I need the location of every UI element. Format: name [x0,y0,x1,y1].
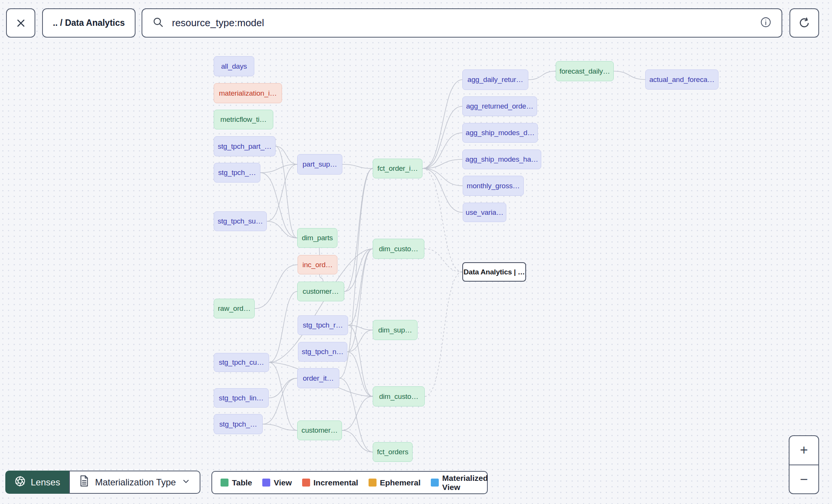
graph-node-order_it[interactable]: order_it… [297,368,339,388]
edge-stg_tpch_su-to-part_sup [267,164,297,221]
graph-node-agg_returned_orde[interactable]: agg_returned_orde… [462,96,537,116]
document-icon [79,475,89,489]
graph-node-stg_tpch_r[interactable]: stg_tpch_r… [298,315,348,335]
graph-node-dim_custo_a[interactable]: dim_custo… [373,239,424,259]
legend-label: View [274,478,292,487]
edge-forecast_daily-to-actual_and_foreca [614,71,645,80]
materialization-legend: TableViewIncrementalEphemeralMaterialize… [211,471,488,494]
edge-fct_order_i-to-agg_daily_retur [422,80,462,169]
graph-node-stg_tpch_a[interactable]: stg_tpch_… [214,163,260,183]
graph-node-stg_tpch_b[interactable]: stg_tpch_… [214,414,263,434]
zoom-controls: + − [789,435,819,494]
edge-part_sup-to-fct_order_i [342,164,373,169]
edge-dim_custo_a-to-data_analytics [424,249,462,272]
edge-customer_b-to-fct_orders [342,430,373,452]
edge-stg_tpch_r-to-dim_custo_b [348,325,373,397]
edge-stg_tpch_a-to-part_sup [260,164,297,173]
edge-fct_order_i-to-use_varia [422,169,463,213]
legend-label: Table [232,478,252,487]
graph-node-raw_ord[interactable]: raw_ord… [214,299,255,318]
edge-fct_order_i-to-agg_returned_orde [422,106,462,169]
legend-item-incremental: Incremental [302,478,358,487]
graph-node-agg_daily_retur[interactable]: agg_daily_retur… [462,69,528,90]
edge-customer_b-to-dim_custo_b [342,397,373,431]
graph-node-stg_tpch_part[interactable]: stg_tpch_part_… [214,136,276,156]
edge-order_it-to-fct_orders [339,378,373,452]
legend-item-view: View [262,478,292,487]
graph-node-dim_sup[interactable]: dim_sup… [373,320,418,340]
graph-node-fct_orders[interactable]: fct_orders [373,442,413,462]
graph-node-data_analytics[interactable]: Data Analytics | … [462,262,526,282]
graph-node-stg_tpch_su[interactable]: stg_tpch_su… [214,211,267,231]
lens-selector[interactable]: Materialization Type [69,471,200,494]
edge-stg_tpch_cu-to-customer_a [269,291,297,362]
edge-inc_ord-to-customer_a [320,274,323,282]
graph-node-stg_tpch_n[interactable]: stg_tpch_n… [298,342,347,362]
lens-selector-label: Materialization Type [95,477,176,488]
zoom-in-button[interactable]: + [789,436,818,465]
legend-item-ephemeral: Ephemeral [369,478,421,487]
graph-node-metricflow_ti[interactable]: metricflow_ti… [214,110,273,129]
edge-stg_tpch_su-to-dim_parts [267,221,297,238]
edge-agg_daily_retur-to-forecast_daily [528,71,556,80]
legend-item-materialized-view: Materialized View [431,474,488,492]
legend-label: Incremental [314,478,358,487]
graph-node-dim_custo_b[interactable]: dim_custo… [373,386,425,406]
graph-node-actual_and_foreca[interactable]: actual_and_foreca… [645,69,719,90]
aperture-icon [14,476,26,489]
graph-node-part_sup[interactable]: part_sup… [297,154,342,175]
graph-node-all_days[interactable]: all_days [214,56,254,76]
graph-node-agg_ship_modes_d[interactable]: agg_ship_modes_d… [462,123,538,143]
graph-node-monthly_gross[interactable]: monthly_gross… [463,176,524,196]
edge-stg_tpch_part-to-dim_parts [276,146,297,238]
edge-raw_ord-to-inc_ord [255,265,298,309]
legend-label: Materialized View [442,474,488,492]
edge-customer_a-to-fct_order_i [344,169,373,291]
graph-node-forecast_daily[interactable]: forecast_daily… [556,61,614,81]
legend-item-table: Table [221,478,252,487]
graph-node-stg_tpch_lin[interactable]: stg_tpch_lin… [214,388,269,408]
legend-swatch [302,479,310,487]
graph-node-dim_parts[interactable]: dim_parts [297,228,337,248]
graph-node-fct_order_i[interactable]: fct_order_i… [373,159,422,178]
graph-node-use_varia[interactable]: use_varia… [463,203,506,222]
edge-fct_order_i-to-monthly_gross [422,169,463,186]
edge-dim_custo_b-to-data_analytics [425,272,462,397]
lineage-canvas: { "toolbar": { "breadcrumb": ".. / Data … [0,0,832,504]
chevron-down-icon [181,477,191,488]
graph-node-materialization_i[interactable]: materialization_i… [214,83,282,103]
graph-node-agg_ship_modes_ha[interactable]: agg_ship_modes_ha… [462,150,541,169]
graph-node-customer_a[interactable]: customer… [297,282,344,301]
graph-node-stg_tpch_cu[interactable]: stg_tpch_cu… [214,353,269,372]
lenses-button[interactable]: Lenses [5,471,69,494]
edge-fct_order_i-to-data_analytics [422,169,462,272]
edge-stg_tpch_cu-to-customer_b [269,362,297,430]
graph-node-customer_b[interactable]: customer… [297,421,342,440]
legend-swatch [369,479,377,487]
legend-swatch [262,479,270,487]
legend-swatch [431,479,439,487]
lenses-button-label: Lenses [31,477,60,488]
zoom-out-button[interactable]: − [789,465,818,494]
edge-stg_tpch_n-to-dim_custo_a [347,249,373,352]
legend-swatch [221,479,228,487]
legend-label: Ephemeral [380,478,421,487]
lenses-control: Lenses Materialization Type [5,471,200,494]
graph-node-inc_ord[interactable]: inc_ord… [298,255,337,274]
edge-customer_a-to-dim_custo_a [344,249,373,292]
